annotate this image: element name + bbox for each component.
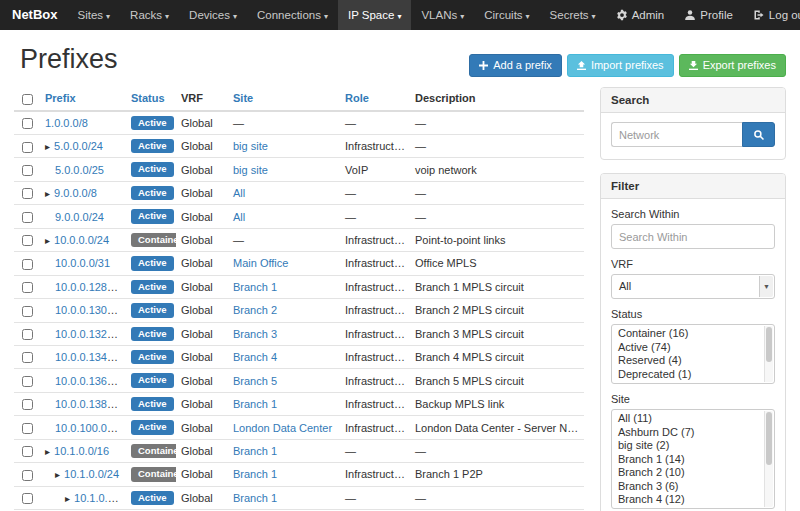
site-link[interactable]: Branch 1	[233, 445, 277, 457]
brand-link[interactable]: NetBox	[8, 0, 68, 30]
row-checkbox[interactable]	[22, 493, 33, 504]
listbox-option[interactable]: big site (2)	[612, 439, 774, 453]
prefix-link[interactable]: 10.0.0.136/31	[55, 375, 122, 387]
select-all-checkbox[interactable]	[22, 94, 33, 105]
prefix-link[interactable]: 10.1.0.0/16	[54, 445, 109, 457]
row-select-cell	[14, 322, 40, 345]
chevron-down-icon: ▾	[592, 12, 596, 21]
prefix-link[interactable]: 10.0.0.132/31	[55, 328, 122, 340]
prefix-link[interactable]: 10.1.0.0/25	[74, 492, 126, 504]
prefix-link[interactable]: 9.0.0.0/8	[54, 187, 97, 199]
row-checkbox[interactable]	[22, 282, 33, 293]
column-header-role[interactable]: Role	[340, 87, 410, 111]
column-header-status[interactable]: Status	[126, 87, 176, 111]
column-header-prefix[interactable]: Prefix	[40, 87, 126, 111]
site-link[interactable]: Branch 1	[233, 281, 277, 293]
nav-item-devices[interactable]: Devices▾	[179, 0, 247, 30]
prefix-link[interactable]: 5.0.0.0/25	[55, 164, 104, 176]
nav-item-connections[interactable]: Connections▾	[247, 0, 338, 30]
site-link[interactable]: big site	[233, 140, 268, 152]
listbox-option[interactable]: Branch 5 (7)	[612, 507, 774, 510]
column-header-site[interactable]: Site	[228, 87, 340, 111]
expand-arrow-icon[interactable]: ▸	[45, 188, 50, 199]
prefix-link[interactable]: 10.0.0.0/24	[54, 234, 109, 246]
prefix-link[interactable]: 10.0.0.138/31	[55, 398, 122, 410]
row-checkbox[interactable]	[22, 165, 33, 176]
search-input[interactable]	[611, 122, 742, 147]
expand-arrow-icon[interactable]: ▸	[65, 493, 70, 504]
row-checkbox[interactable]	[22, 470, 33, 481]
site-link[interactable]: Branch 5	[233, 375, 277, 387]
row-checkbox[interactable]	[22, 352, 33, 363]
listbox-option[interactable]: Branch 2 (10)	[612, 466, 774, 480]
site-link[interactable]: Main Office	[233, 257, 288, 269]
row-checkbox[interactable]	[22, 399, 33, 410]
nav-item-vlans[interactable]: VLANs▾	[411, 0, 474, 30]
scrollbar[interactable]	[764, 326, 773, 382]
site-link[interactable]: All	[233, 211, 245, 223]
listbox-option[interactable]: Branch 3 (6)	[612, 480, 774, 494]
site-link[interactable]: All	[233, 187, 245, 199]
site-listbox[interactable]: All (11)Ashburn DC (7)big site (2)Branch…	[611, 409, 775, 509]
table-row: ▸9.0.0.0/8ActiveGlobalAll——	[14, 181, 584, 204]
search-button[interactable]	[742, 122, 775, 147]
prefix-cell: 10.0.0.0/31	[40, 252, 126, 275]
prefix-link[interactable]: 5.0.0.0/24	[54, 140, 103, 152]
expand-arrow-icon[interactable]: ▸	[45, 235, 50, 246]
vrf-select[interactable]: All ▼	[611, 274, 775, 299]
listbox-option[interactable]: All (11)	[612, 412, 774, 426]
site-link[interactable]: Branch 1	[233, 468, 277, 480]
row-checkbox[interactable]	[22, 142, 33, 153]
prefix-link[interactable]: 9.0.0.0/24	[55, 211, 104, 223]
site-link[interactable]: London Data Center	[233, 422, 332, 434]
add-a-prefix-button[interactable]: Add a prefix	[469, 54, 562, 77]
listbox-option[interactable]: Active (74)	[612, 341, 774, 355]
row-checkbox[interactable]	[22, 259, 33, 270]
prefix-link[interactable]: 10.0.100.0/24	[55, 422, 122, 434]
nav-item-label: IP Space	[348, 9, 394, 21]
expand-arrow-icon[interactable]: ▸	[55, 469, 60, 480]
site-link[interactable]: Branch 2	[233, 304, 277, 316]
nav-item-profile[interactable]: Profile	[674, 0, 743, 30]
row-checkbox[interactable]	[22, 376, 33, 387]
row-checkbox[interactable]	[22, 118, 33, 129]
row-checkbox[interactable]	[22, 306, 33, 317]
listbox-option[interactable]: Deprecated (1)	[612, 368, 774, 382]
expand-arrow-icon[interactable]: ▸	[45, 446, 50, 457]
nav-item-circuits[interactable]: Circuits▾	[474, 0, 539, 30]
prefix-link[interactable]: 10.1.0.0/24	[64, 468, 119, 480]
import-prefixes-button[interactable]: Import prefixes	[567, 54, 674, 77]
row-checkbox[interactable]	[22, 329, 33, 340]
nav-item-admin[interactable]: Admin	[606, 0, 675, 30]
prefix-link[interactable]: 1.0.0.0/8	[45, 117, 88, 129]
status-listbox[interactable]: Container (16)Active (74)Reserved (4)Dep…	[611, 324, 775, 384]
listbox-option[interactable]: Reserved (4)	[612, 354, 774, 368]
prefix-link[interactable]: 10.0.0.0/31	[55, 257, 110, 269]
expand-arrow-icon[interactable]: ▸	[45, 141, 50, 152]
export-prefixes-button[interactable]: Export prefixes	[679, 54, 786, 77]
nav-item-log-out[interactable]: Log out	[743, 0, 800, 30]
row-checkbox[interactable]	[22, 446, 33, 457]
site-link[interactable]: Branch 4	[233, 351, 277, 363]
nav-item-secrets[interactable]: Secrets▾	[540, 0, 606, 30]
row-checkbox[interactable]	[22, 188, 33, 199]
listbox-option[interactable]: Branch 1 (14)	[612, 453, 774, 467]
nav-item-ip-space[interactable]: IP Space▾	[338, 0, 411, 30]
prefix-link[interactable]: 10.0.0.134/31	[55, 351, 122, 363]
row-checkbox[interactable]	[22, 212, 33, 223]
listbox-option[interactable]: Container (16)	[612, 327, 774, 341]
nav-item-racks[interactable]: Racks▾	[120, 0, 179, 30]
row-checkbox[interactable]	[22, 235, 33, 246]
nav-item-sites[interactable]: Sites▾	[68, 0, 121, 30]
search-within-input[interactable]	[611, 224, 775, 249]
prefix-link[interactable]: 10.0.0.130/31	[55, 304, 122, 316]
listbox-option[interactable]: Ashburn DC (7)	[612, 426, 774, 440]
scrollbar[interactable]	[764, 411, 773, 507]
listbox-option[interactable]: Branch 4 (12)	[612, 493, 774, 507]
prefix-link[interactable]: 10.0.0.128/31	[55, 281, 122, 293]
site-link[interactable]: Branch 3	[233, 328, 277, 340]
site-link[interactable]: Branch 1	[233, 398, 277, 410]
site-link[interactable]: big site	[233, 164, 268, 176]
row-checkbox[interactable]	[22, 423, 33, 434]
site-link[interactable]: Branch 1	[233, 492, 277, 504]
